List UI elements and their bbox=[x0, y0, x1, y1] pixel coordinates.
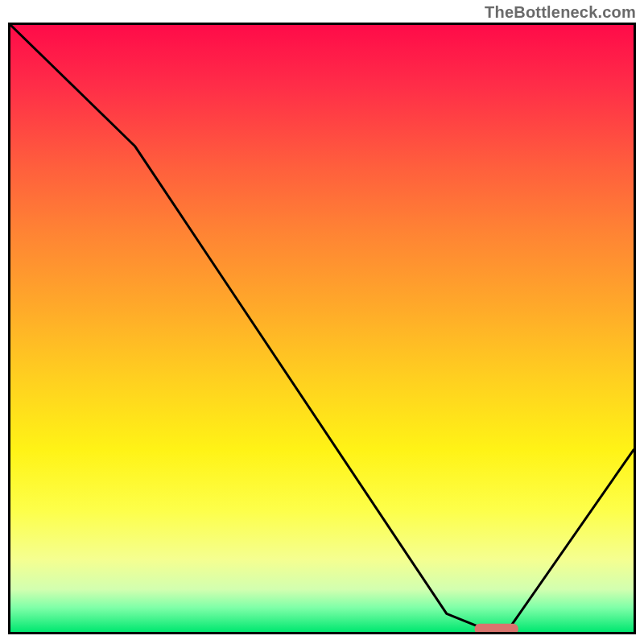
optimal-range-marker bbox=[475, 624, 518, 632]
plot-area bbox=[8, 23, 636, 634]
watermark-text: TheBottleneck.com bbox=[485, 3, 636, 22]
bottleneck-curve-path bbox=[10, 25, 634, 629]
chart-svg bbox=[10, 25, 634, 632]
